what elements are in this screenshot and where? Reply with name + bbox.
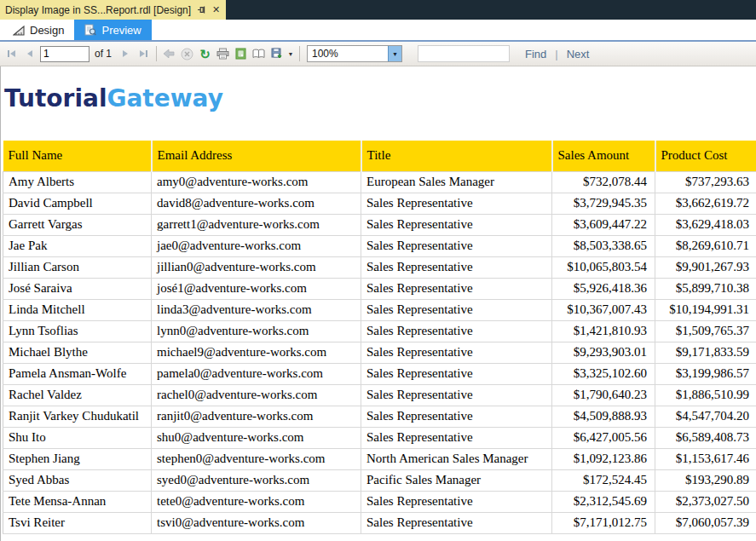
cancel-button[interactable]: [178, 45, 196, 63]
title-cell: Sales Representative: [361, 256, 552, 278]
sales-amount-cell: $9,293,903.01: [552, 342, 655, 363]
refresh-button[interactable]: ↻: [196, 45, 214, 63]
title-cell: Sales Representative: [361, 342, 552, 363]
sales-amount-cell: $6,427,005.56: [552, 427, 655, 448]
full-name-cell: José Saraiva: [3, 278, 152, 299]
full-name-cell: David Campbell: [3, 193, 152, 214]
table-row: Michael Blythemichael9@adventure-works.c…: [3, 342, 756, 363]
preview-icon: [84, 24, 96, 36]
first-page-button[interactable]: [3, 45, 20, 63]
view-tab-bar: Design Preview: [0, 20, 756, 42]
close-icon[interactable]: ✕: [212, 5, 220, 14]
column-header: Title: [361, 141, 552, 171]
next-button[interactable]: Next: [567, 48, 590, 60]
sales-amount-cell: $10,065,803.54: [552, 256, 655, 278]
tab-preview[interactable]: Preview: [74, 20, 151, 40]
product-cost-cell: $3,199,986.57: [655, 363, 756, 384]
full-name-cell: Amy Alberts: [3, 171, 152, 193]
search-input[interactable]: [418, 45, 510, 62]
toolbar-separator: [156, 46, 157, 61]
export-dropdown-button[interactable]: ▼: [286, 45, 296, 63]
print-layout-button[interactable]: [232, 45, 250, 63]
email-cell: jillian0@adventure-works.com: [152, 256, 361, 278]
report-table: Full NameEmail AddressTitleSales AmountP…: [3, 141, 756, 534]
title-cell: Sales Representative: [361, 512, 552, 533]
product-cost-cell: $10,194,991.31: [655, 299, 756, 320]
print-icon: [216, 48, 229, 60]
back-button[interactable]: [160, 45, 178, 63]
refresh-icon: ↻: [199, 48, 211, 60]
sales-amount-cell: $3,609,447.22: [552, 214, 655, 235]
next-page-button[interactable]: [117, 45, 135, 63]
product-cost-cell: $6,589,408.73: [655, 427, 756, 448]
pin-icon[interactable]: [197, 5, 206, 14]
table-row: Tete Mensa-Annantete0@adventure-works.co…: [3, 491, 756, 512]
email-cell: syed0@adventure-works.com: [152, 469, 361, 491]
sales-amount-cell: $5,926,418.36: [552, 278, 655, 299]
last-page-button[interactable]: [135, 45, 153, 63]
table-row: Jillian Carsonjillian0@adventure-works.c…: [3, 256, 756, 278]
sales-amount-cell: $1,092,123.86: [552, 448, 655, 469]
page-number-input[interactable]: [40, 46, 89, 62]
find-button[interactable]: Find: [525, 48, 546, 60]
sales-amount-cell: $10,367,007.43: [552, 299, 655, 320]
table-row: Jae Pakjae0@adventure-works.comSales Rep…: [3, 235, 756, 256]
table-row: Shu Itoshu0@adventure-works.comSales Rep…: [3, 427, 756, 448]
email-cell: jae0@adventure-works.com: [152, 235, 361, 256]
zoom-combobox[interactable]: 100% ▼: [307, 45, 402, 62]
full-name-cell: Syed Abbas: [3, 469, 152, 491]
product-cost-cell: $9,171,833.59: [655, 342, 756, 363]
title-cell: Sales Representative: [361, 406, 552, 427]
title-cell: Sales Representative: [361, 214, 552, 235]
product-cost-cell: $1,886,510.99: [655, 384, 756, 406]
sales-amount-cell: $732,078.44: [552, 171, 655, 193]
full-name-cell: Michael Blythe: [3, 342, 152, 363]
report-preview-area: TutorialGateway Full NameEmail AddressTi…: [0, 66, 756, 541]
product-cost-cell: $4,547,704.20: [655, 406, 756, 427]
sales-amount-cell: $3,729,945.35: [552, 193, 655, 214]
sales-amount-cell: $3,325,102.60: [552, 363, 655, 384]
product-cost-cell: $3,662,619.72: [655, 193, 756, 214]
export-button[interactable]: [268, 45, 286, 63]
page-setup-icon: [252, 49, 265, 59]
email-cell: rachel0@adventure-works.com: [152, 384, 361, 406]
full-name-cell: Ranjit Varkey Chudukatil: [3, 406, 152, 427]
cancel-icon: [181, 48, 193, 60]
table-row: Pamela Ansman-Wolfepamela0@adventure-wor…: [3, 363, 756, 384]
tab-design[interactable]: Design: [3, 20, 74, 40]
table-row: José Saraivajosé1@adventure-works.comSal…: [3, 278, 756, 299]
email-cell: david8@adventure-works.com: [152, 193, 361, 214]
page-setup-button[interactable]: [250, 45, 268, 63]
table-header-row: Full NameEmail AddressTitleSales AmountP…: [3, 141, 756, 171]
tab-preview-label: Preview: [101, 24, 141, 37]
full-name-cell: Linda Mitchell: [3, 299, 152, 320]
email-cell: tsvi0@adventure-works.com: [152, 512, 361, 533]
email-cell: pamela0@adventure-works.com: [152, 363, 361, 384]
column-header: Email Address: [152, 141, 361, 171]
table-row: David Campbelldavid8@adventure-works.com…: [3, 193, 756, 214]
full-name-cell: Stephen Jiang: [3, 448, 152, 469]
design-ruler-icon: [13, 25, 25, 36]
title-cell: Sales Representative: [361, 491, 552, 512]
previous-page-button[interactable]: [20, 45, 38, 63]
tutorial-gateway-logo: TutorialGateway: [4, 84, 756, 112]
email-cell: ranjit0@adventure-works.com: [152, 406, 361, 427]
print-button[interactable]: [214, 45, 232, 63]
first-page-icon: [7, 49, 16, 58]
email-cell: amy0@adventure-works.com: [152, 171, 361, 193]
product-cost-cell: $3,629,418.03: [655, 214, 756, 235]
application-window: Display Image in SS...Report.rdl [Design…: [0, 0, 756, 541]
column-header: Full Name: [3, 141, 152, 171]
title-cell: European Sales Manager: [361, 171, 552, 193]
full-name-cell: Rachel Valdez: [3, 384, 152, 406]
full-name-cell: Tete Mensa-Annan: [3, 491, 152, 512]
zoom-dropdown-icon[interactable]: ▼: [388, 46, 401, 61]
email-cell: michael9@adventure-works.com: [152, 342, 361, 363]
full-name-cell: Lynn Tsoflias: [3, 320, 152, 342]
full-name-cell: Pamela Ansman-Wolfe: [3, 363, 152, 384]
product-cost-cell: $5,899,710.38: [655, 278, 756, 299]
full-name-cell: Tsvi Reiter: [3, 512, 152, 533]
document-tab[interactable]: Display Image in SS...Report.rdl [Design…: [0, 0, 226, 20]
last-page-icon: [139, 49, 148, 58]
table-row: Syed Abbassyed0@adventure-works.comPacif…: [3, 469, 756, 491]
